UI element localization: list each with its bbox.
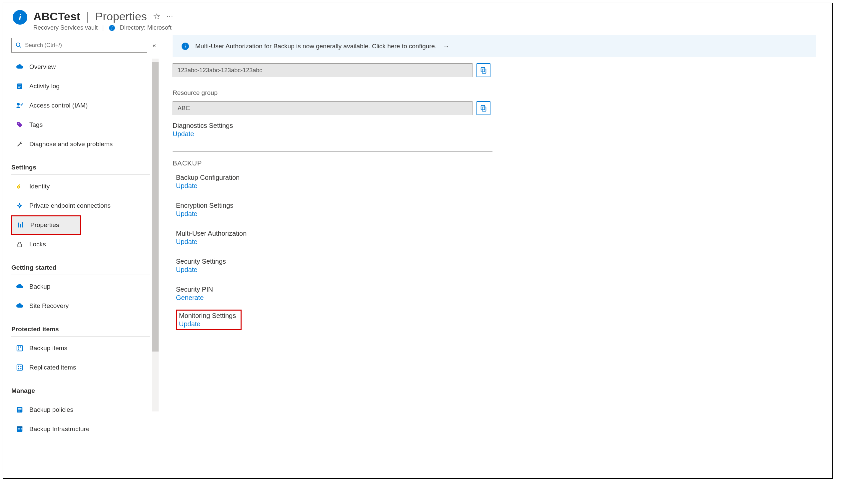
svg-rect-19: [18, 244, 22, 247]
search-icon: [16, 42, 22, 48]
svg-rect-32: [18, 411, 20, 412]
svg-rect-23: [18, 348, 19, 350]
svg-point-27: [18, 368, 19, 370]
svg-point-2: [16, 43, 20, 47]
grid-infra-icon: [15, 426, 24, 433]
svg-point-8: [17, 103, 20, 106]
svg-rect-22: [20, 346, 21, 348]
sidebar-item-label: Identity: [29, 183, 50, 190]
info-icon[interactable]: i: [109, 25, 115, 31]
diagnostics-label: Diagnostics Settings: [173, 122, 816, 129]
backup-config-label: Backup Configuration: [176, 174, 816, 181]
sidebar-scrollbar-thumb[interactable]: [152, 62, 159, 352]
diagnostics-update-link[interactable]: Update: [173, 130, 194, 138]
sidebar-scrollbar[interactable]: [152, 59, 159, 412]
sidebar-item-locks[interactable]: Locks: [11, 235, 160, 254]
banner-text: Multi-User Authorization for Backup is n…: [195, 42, 436, 50]
sidebar-section-getting-started: Getting started: [11, 257, 150, 275]
copy-vault-id-button[interactable]: [476, 63, 490, 77]
resource-group-label: Resource group: [173, 89, 816, 96]
search-input-container[interactable]: [11, 38, 147, 53]
sidebar-item-properties[interactable]: Properties: [11, 215, 81, 235]
svg-point-11: [18, 123, 19, 124]
security-pin-generate-link[interactable]: Generate: [176, 294, 816, 302]
sidebar-item-activity-log[interactable]: Activity log: [11, 76, 160, 96]
sidebar-item-label: Diagnose and solve problems: [29, 141, 112, 148]
sidebar-item-site-recovery[interactable]: Site Recovery: [11, 296, 160, 316]
resource-group-value: ABC: [178, 105, 190, 112]
key-icon: [15, 183, 24, 190]
favorite-star-icon[interactable]: ☆: [153, 11, 161, 22]
monitoring-settings-update-link[interactable]: Update: [179, 320, 236, 328]
section-divider: [173, 151, 492, 151]
collapse-sidebar-icon[interactable]: «: [153, 42, 156, 49]
svg-rect-6: [18, 86, 21, 86]
sidebar-item-access-control[interactable]: Access control (IAM): [11, 96, 160, 115]
sidebar-item-backup-policies[interactable]: Backup policies: [11, 400, 160, 419]
svg-rect-21: [18, 346, 19, 348]
mua-update-link[interactable]: Update: [176, 238, 816, 246]
svg-rect-18: [22, 222, 23, 228]
properties-icon: [16, 221, 25, 229]
sidebar-item-label: Overview: [29, 63, 56, 71]
search-input[interactable]: [25, 42, 143, 49]
title-separator: |: [86, 10, 89, 23]
sidebar-item-backup-infrastructure[interactable]: Backup Infrastructure: [11, 419, 160, 439]
vault-info-icon: i: [13, 10, 27, 25]
sidebar-item-backup-items[interactable]: Backup items: [11, 339, 160, 358]
svg-rect-31: [18, 410, 22, 410]
mua-banner[interactable]: i Multi-User Authorization for Backup is…: [173, 35, 816, 57]
svg-text:i: i: [111, 25, 112, 31]
directory-label: Directory: Microsoft: [120, 24, 172, 31]
backup-config-update-link[interactable]: Update: [176, 182, 816, 190]
svg-rect-5: [18, 85, 21, 85]
resource-group-field: ABC: [173, 101, 472, 115]
page-header: i ABCTest | Properties ☆ ··· Recovery Se…: [3, 3, 832, 35]
sidebar-item-overview[interactable]: Overview: [11, 57, 160, 76]
iam-icon: [15, 102, 24, 109]
encryption-settings-label: Encryption Settings: [176, 202, 816, 210]
sidebar-item-label: Replicated items: [29, 364, 76, 371]
svg-rect-16: [18, 223, 19, 228]
sidebar-item-label: Backup policies: [29, 406, 73, 413]
svg-point-26: [20, 366, 22, 367]
tag-icon: [15, 121, 24, 128]
sidebar-item-label: Backup items: [29, 344, 67, 352]
svg-point-10: [22, 103, 23, 105]
main-content: i Multi-User Authorization for Backup is…: [160, 35, 832, 473]
sidebar-item-tags[interactable]: Tags: [11, 115, 160, 134]
sidebar-item-label: Locks: [29, 241, 46, 248]
svg-point-25: [18, 366, 19, 367]
copy-resource-group-button[interactable]: [476, 101, 490, 115]
sidebar-item-diagnose[interactable]: Diagnose and solve problems: [11, 134, 160, 154]
sidebar-item-private-endpoint[interactable]: Private endpoint connections: [11, 196, 160, 215]
svg-rect-20: [17, 345, 23, 351]
lock-icon: [15, 241, 24, 248]
svg-rect-37: [21, 428, 22, 429]
security-settings-update-link[interactable]: Update: [176, 266, 816, 274]
sidebar-item-backup[interactable]: Backup: [11, 277, 160, 296]
sidebar-item-replicated-items[interactable]: Replicated items: [11, 358, 160, 377]
arrow-right-icon: →: [442, 42, 449, 50]
svg-rect-36: [19, 428, 20, 429]
svg-text:i: i: [185, 43, 186, 49]
sidebar-item-label: Access control (IAM): [29, 102, 88, 109]
more-actions-icon[interactable]: ···: [167, 13, 174, 20]
vault-id-field: 123abc-123abc-123abc-123abc: [173, 63, 472, 77]
sidebar-item-label: Site Recovery: [29, 302, 69, 310]
sidebar-item-label: Backup: [29, 283, 50, 290]
monitoring-settings-label: Monitoring Settings: [179, 312, 236, 320]
sidebar-item-identity[interactable]: Identity: [11, 177, 160, 196]
grid-backup-icon: [15, 344, 24, 352]
sidebar-section-manage: Manage: [11, 380, 150, 398]
cloud-icon: [15, 302, 24, 310]
svg-rect-24: [17, 365, 23, 371]
resource-title: ABCTest: [33, 10, 80, 23]
mua-label: Multi-User Authorization: [176, 230, 816, 237]
svg-point-15: [19, 205, 21, 207]
svg-rect-40: [482, 69, 486, 73]
svg-rect-42: [482, 107, 486, 111]
backup-section-header: BACKUP: [173, 160, 816, 167]
encryption-settings-update-link[interactable]: Update: [176, 210, 816, 218]
svg-rect-41: [481, 68, 485, 72]
